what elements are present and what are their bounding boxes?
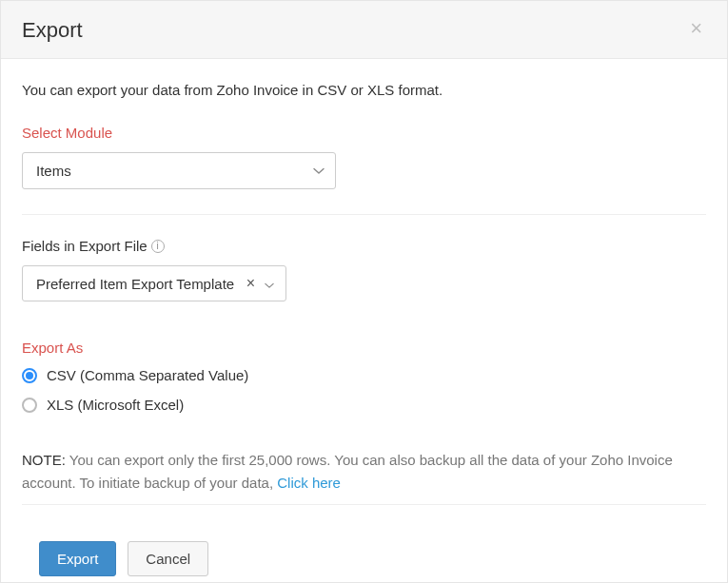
modal-footer: Export Cancel bbox=[1, 541, 727, 583]
modal-title: Export bbox=[22, 18, 83, 43]
radio-csv[interactable]: CSV (Comma Separated Value) bbox=[22, 367, 706, 383]
chevron-down-icon bbox=[265, 276, 274, 292]
radio-xls[interactable]: XLS (Microsoft Excel) bbox=[22, 397, 706, 413]
divider bbox=[22, 504, 706, 505]
divider bbox=[22, 214, 706, 215]
chevron-down-icon bbox=[313, 167, 325, 175]
radio-button-icon bbox=[22, 368, 37, 383]
export-as-label: Export As bbox=[22, 340, 706, 356]
fields-export-label: Fields in Export File i bbox=[22, 238, 706, 254]
template-value: Preferred Item Export Template bbox=[36, 276, 237, 292]
cancel-button[interactable]: Cancel bbox=[128, 541, 208, 576]
modal-body: You can export your data from Zoho Invoi… bbox=[1, 59, 727, 541]
export-button[interactable]: Export bbox=[39, 541, 116, 576]
select-module-value: Items bbox=[36, 163, 71, 179]
radio-button-icon bbox=[22, 398, 37, 413]
note-body: You can export only the first 25,000 row… bbox=[22, 452, 673, 491]
fields-label-text: Fields in Export File bbox=[22, 238, 148, 254]
backup-link[interactable]: Click here bbox=[277, 475, 341, 491]
select-module-label: Select Module bbox=[22, 125, 706, 141]
clear-icon[interactable]: × bbox=[245, 275, 257, 292]
export-as-radio-group: CSV (Comma Separated Value) XLS (Microso… bbox=[22, 367, 706, 413]
radio-csv-label: CSV (Comma Separated Value) bbox=[47, 367, 248, 383]
intro-text: You can export your data from Zoho Invoi… bbox=[22, 82, 706, 98]
close-icon[interactable]: × bbox=[686, 18, 706, 39]
select-module-dropdown[interactable]: Items bbox=[22, 152, 336, 189]
modal-header: Export × bbox=[1, 1, 727, 59]
note-text: NOTE: You can export only the first 25,0… bbox=[22, 449, 706, 495]
template-dropdown[interactable]: Preferred Item Export Template × bbox=[22, 265, 286, 301]
radio-xls-label: XLS (Microsoft Excel) bbox=[47, 397, 184, 413]
note-label: NOTE: bbox=[22, 452, 66, 468]
info-icon[interactable]: i bbox=[151, 240, 165, 253]
